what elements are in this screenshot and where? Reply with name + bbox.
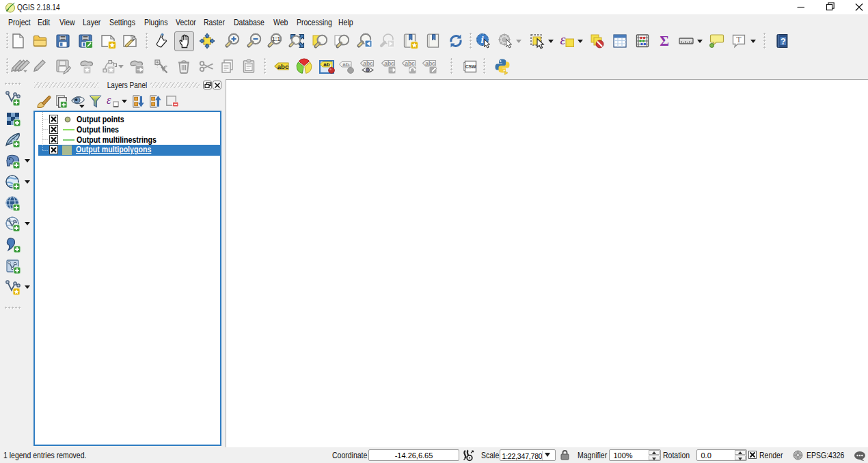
svg-text:ab: ab [342,61,349,68]
svg-text:abc: abc [363,60,373,67]
svg-text:?: ? [781,37,786,46]
svg-text:abc: abc [277,63,288,70]
svg-text:abc: abc [384,60,394,67]
svg-text:ε: ε [107,94,111,107]
svg-text:CSW: CSW [465,64,476,69]
svg-text:T: T [736,35,742,44]
svg-text:Σ: Σ [660,33,669,49]
svg-text:abc: abc [425,60,435,67]
svg-text:abc: abc [405,60,415,67]
svg-text:ε: ε [560,32,566,47]
svg-text:1:1: 1:1 [271,36,280,42]
svg-text:ab: ab [323,61,329,68]
